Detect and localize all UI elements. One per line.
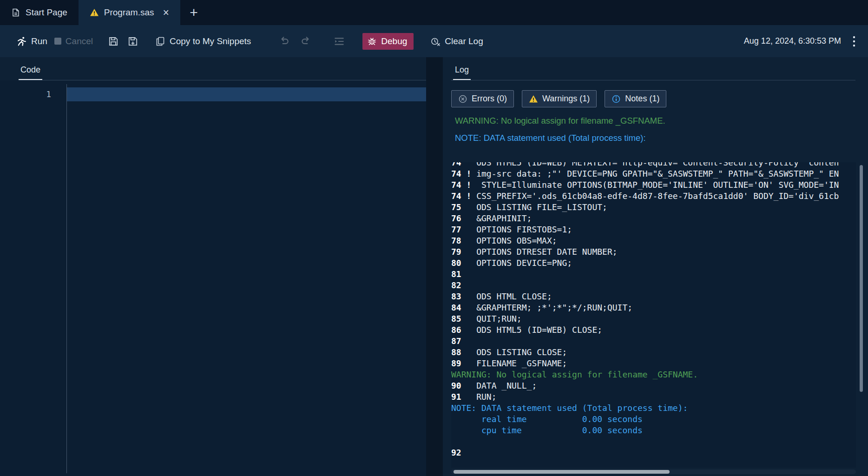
debug-button[interactable]: Debug <box>362 33 414 50</box>
filter-errors-label: Errors (0) <box>472 94 507 104</box>
tab-start-page[interactable]: Start Page <box>0 0 79 25</box>
format-code-icon <box>334 36 345 47</box>
tab-log[interactable]: Log <box>453 65 471 80</box>
redo-icon <box>300 36 311 47</box>
kebab-icon <box>852 35 856 48</box>
line-number: 1 <box>0 87 51 101</box>
cancel-label: Cancel <box>66 36 93 46</box>
gutter-separator <box>66 84 67 473</box>
log-line: 79OPTIONS DTRESET DATE NUMBER; <box>451 246 856 258</box>
log-line: 91RUN; <box>451 391 856 403</box>
code-editor[interactable]: 1 <box>0 80 426 476</box>
log-panel-header: Log <box>443 57 868 80</box>
log-line: 74!img-src data: ;"' DEVICE=PNG GPATH="&… <box>451 168 856 179</box>
close-tab-icon[interactable]: × <box>163 7 169 18</box>
log-filter-buttons: Errors (0) Warnings (1) <box>451 90 666 107</box>
log-panel: Log Errors (0) <box>443 57 868 476</box>
copy-to-snippets-label: Copy to My Snippets <box>170 36 251 46</box>
run-icon <box>17 36 27 46</box>
cancel-button[interactable]: Cancel <box>54 36 93 46</box>
bug-icon <box>367 36 377 46</box>
horizontal-scrollbar-thumb[interactable] <box>454 470 670 474</box>
log-line: 75ODS LISTING FILE=_LISTOUT; <box>451 202 856 213</box>
log-summary: WARNING: No logical assign for filename … <box>455 116 665 143</box>
run-button[interactable]: Run <box>17 36 47 46</box>
last-run-timestamp: Aug 12, 2024, 6:30:53 PM <box>744 36 841 46</box>
error-circle-icon <box>458 94 467 104</box>
save-button[interactable] <box>108 36 119 47</box>
clear-log-label: Clear Log <box>445 36 483 46</box>
filter-warnings-button[interactable]: Warnings (1) <box>522 90 597 107</box>
program-file-icon <box>11 8 20 17</box>
more-options-button[interactable] <box>852 35 856 48</box>
tab-bar: Start Page Program.sas × + <box>0 0 868 25</box>
log-line: 77OPTIONS FIRSTOBS=1; <box>451 224 856 235</box>
summary-warning-message: WARNING: No logical assign for filename … <box>455 116 665 126</box>
log-line: 74! STYLE=Illuminate OPTIONS(BITMAP_MODE… <box>451 179 856 191</box>
log-line: 80OPTIONS DEVICE=PNG; <box>451 258 856 269</box>
undo-icon <box>279 36 290 47</box>
sas-studio-window: Start Page Program.sas × + <box>0 0 868 476</box>
log-line: 82 <box>451 280 856 291</box>
log-line: 76&GRAPHINIT; <box>451 213 856 224</box>
log-line: 92 <box>451 447 856 458</box>
clear-log-icon <box>430 36 441 46</box>
tab-code[interactable]: Code <box>19 65 42 80</box>
tab-label: Start Page <box>26 7 67 18</box>
tab-program-sas[interactable]: Program.sas × <box>79 0 180 25</box>
log-lines: 74ODS HTML5 (ID=WEB) METATEXT='http-equi… <box>451 162 856 458</box>
plus-icon: + <box>190 6 198 20</box>
log-line: 85QUIT;RUN; <box>451 313 856 324</box>
log-line: 78OPTIONS OBS=MAX; <box>451 235 856 246</box>
warning-triangle-icon <box>529 94 538 104</box>
copy-to-snippets-button[interactable]: Copy to My Snippets <box>155 36 251 46</box>
stop-icon <box>54 38 61 45</box>
panel-splitter[interactable] <box>426 57 443 476</box>
log-horizontal-scrollbar <box>451 469 856 474</box>
code-panel: Code 1 <box>0 57 426 476</box>
info-circle-icon <box>612 94 621 104</box>
log-line <box>451 436 856 447</box>
save-as-button[interactable] <box>127 36 138 47</box>
log-line: 81 <box>451 269 856 280</box>
redo-button[interactable] <box>300 36 311 47</box>
filter-notes-button[interactable]: Notes (1) <box>605 90 666 107</box>
log-line: WARNING: No logical assign for filename … <box>451 369 856 380</box>
log-line: NOTE: DATA statement used (Total process… <box>451 403 856 414</box>
main-split: Code 1 Log Err <box>0 57 868 476</box>
log-line: 88ODS LISTING CLOSE; <box>451 347 856 358</box>
filter-notes-label: Notes (1) <box>625 94 659 104</box>
save-as-icon <box>127 36 138 47</box>
log-scroll-area[interactable]: 74ODS HTML5 (ID=WEB) METATEXT='http-equi… <box>451 162 856 468</box>
log-line: 90DATA _NULL_; <box>451 380 856 391</box>
undo-button[interactable] <box>279 36 290 47</box>
new-tab-button[interactable]: + <box>180 0 207 25</box>
toolbar: Run Cancel <box>0 25 868 57</box>
tab-label: Program.sas <box>104 7 154 18</box>
log-line: 84&GRAPHTERM; ;*';*";*/;RUN;QUIT; <box>451 302 856 313</box>
save-icon <box>108 36 119 47</box>
log-line: 86ODS HTML5 (ID=WEB) CLOSE; <box>451 324 856 336</box>
log-vertical-scrollbar <box>860 162 863 466</box>
copy-snippet-icon <box>155 36 165 46</box>
code-panel-header: Code <box>0 57 426 80</box>
format-code-button[interactable] <box>334 36 345 47</box>
log-line: 83ODS HTML CLOSE; <box>451 291 856 302</box>
log-line: real time 0.00 seconds <box>451 414 856 425</box>
clear-log-button[interactable]: Clear Log <box>430 36 483 46</box>
log-line: 89FILENAME _GSFNAME; <box>451 358 856 369</box>
filter-errors-button[interactable]: Errors (0) <box>451 90 514 107</box>
log-line: 87 <box>451 336 856 347</box>
log-line: 74!CSS_PREFIX='.ods_61cb04a8-edfe-4d87-8… <box>451 191 856 202</box>
current-line-highlight <box>67 87 426 101</box>
log-line: cpu time 0.00 seconds <box>451 425 856 436</box>
vertical-scrollbar-thumb[interactable] <box>860 165 863 392</box>
summary-note-message: NOTE: DATA statement used (Total process… <box>455 133 665 143</box>
debug-label: Debug <box>381 36 407 46</box>
filter-warnings-label: Warnings (1) <box>542 94 590 104</box>
warning-icon <box>90 8 99 17</box>
log-line: 74ODS HTML5 (ID=WEB) METATEXT='http-equi… <box>451 162 856 168</box>
run-label: Run <box>31 36 47 46</box>
